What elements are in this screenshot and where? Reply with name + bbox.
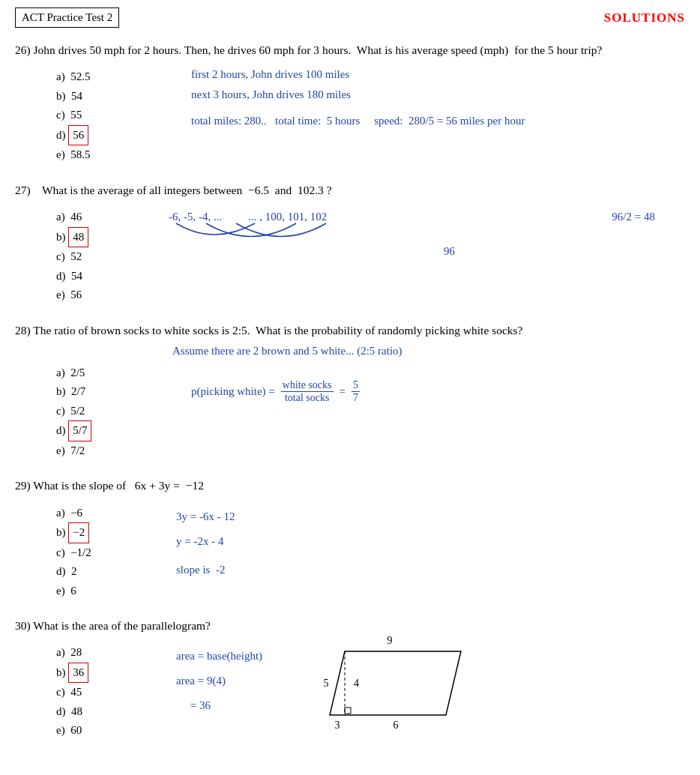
q26-solution: first 2 hours, John drives 100 miles nex… (191, 64, 525, 131)
choice-26d: d) 56 (56, 125, 131, 146)
q28-answer-box: 5/7 (68, 420, 91, 441)
choice-30b: b) 36 (56, 663, 131, 684)
choice-29e: e) 6 (56, 582, 131, 601)
question-27: 27) What is the average of all integers … (15, 181, 685, 305)
choice-30a: a) 28 (56, 643, 131, 663)
choice-28d: d) 5/7 (56, 420, 131, 441)
choice-30d: d) 48 (56, 702, 131, 722)
q27-choices: a) 46 b) 48 c) 52 d) 54 e) 56 (56, 208, 131, 305)
q27-answer-box: 48 (68, 227, 88, 248)
label-6: 6 (393, 720, 399, 731)
page-header: ACT Practice Test 2 SOLUTIONS (15, 7, 685, 28)
q27-sum: 96 (214, 245, 685, 258)
q28-text: 28) The ratio of brown socks to white so… (15, 322, 685, 339)
q28-fraction: white socks total socks (281, 379, 334, 404)
q29-sol-line2: y = -2x - 4 (176, 529, 235, 554)
label-3: 3 (335, 720, 340, 731)
title-text: ACT Practice Test 2 (22, 11, 112, 23)
q26-sol-line1: first 2 hours, John drives 100 miles (191, 64, 525, 85)
q29-choices: a) −6 b) −2 c) −1/2 d) 2 e) 6 (56, 504, 131, 601)
choice-27b: b) 48 (56, 227, 131, 248)
q26-text: 26) John drives 50 mph for 2 hours. Then… (15, 41, 685, 58)
q27-text: 27) What is the average of all integers … (15, 181, 685, 199)
question-30: 30) What is the area of the parallelogra… (15, 617, 685, 756)
choice-28a: a) 2/5 (56, 364, 131, 383)
q30-sol-line2: area = 9(4) (176, 669, 262, 693)
q27-arc-svg (169, 220, 363, 246)
page-title: ACT Practice Test 2 (15, 7, 119, 28)
q27-solution-area: -6, -5, -4, ... ... , 100, 101, 102 96 9… (169, 211, 685, 258)
choice-26a: a) 52.5 (56, 67, 131, 87)
choice-28c: c) 5/2 (56, 402, 131, 421)
choice-29b: b) −2 (56, 522, 131, 543)
choice-26b: b) 54 (56, 87, 131, 106)
q29-solution: 3y = -6x - 12 y = -2x - 4 slope is -2 (176, 504, 235, 582)
question-26: 26) John drives 50 mph for 2 hours. Then… (15, 41, 685, 165)
choice-29c: c) −1/2 (56, 543, 131, 563)
q30-figure: 9 5 4 3 6 (322, 633, 487, 756)
choice-27d: d) 54 (56, 267, 131, 286)
question-28: 28) The ratio of brown socks to white so… (15, 322, 685, 461)
q27-avg: 96/2 = 48 (612, 211, 655, 223)
choice-27c: c) 52 (56, 247, 131, 267)
right-angle-marker (345, 708, 351, 714)
q30-choices: a) 28 b) 36 c) 45 d) 48 e) 60 (56, 643, 131, 741)
q28-result-fraction: 5 7 (351, 379, 360, 404)
choice-27a: a) 46 (56, 208, 131, 227)
q30-sol-line1: area = base(height) (176, 644, 262, 669)
label-5: 5 (324, 678, 329, 689)
q30-sol-line3: = 36 (176, 693, 262, 718)
q28-choices: a) 2/5 b) 2/7 c) 5/2 d) 5/7 e) 7/2 (56, 364, 131, 461)
parallelogram-shape (330, 651, 461, 715)
q26-sol-line2: next 3 hours, John drives 180 miles (191, 85, 525, 105)
choice-26c: c) 55 (56, 106, 131, 125)
question-29: 29) What is the slope of 6x + 3y = −12 a… (15, 477, 685, 600)
choice-29d: d) 2 (56, 562, 131, 582)
choice-29a: a) −6 (56, 504, 131, 523)
q30-answer-box: 36 (68, 663, 88, 684)
q30-text: 30) What is the area of the parallelogra… (15, 617, 685, 634)
q30-solution: area = base(height) area = 9(4) = 36 (176, 644, 262, 718)
q26-answer-box: 56 (68, 125, 88, 146)
label-9: 9 (387, 635, 393, 646)
q29-sol-line3: slope is -2 (176, 558, 235, 582)
q29-text: 29) What is the slope of 6x + 3y = −12 (15, 477, 685, 494)
choice-26e: e) 58.5 (56, 145, 131, 165)
q26-choices: a) 52.5 b) 54 c) 55 d) 56 e) 58.5 (56, 67, 131, 165)
label-4: 4 (354, 678, 359, 689)
choice-28b: b) 2/7 (56, 382, 131, 402)
q28-sol-line1: Assume there are 2 brown and 5 white... … (172, 345, 685, 358)
solutions-label: SOLUTIONS (604, 10, 685, 25)
q26-sol-line3: total miles: 280.. total time: 5 hours s… (191, 111, 525, 131)
choice-27e: e) 56 (56, 286, 131, 305)
choice-28e: e) 7/2 (56, 441, 131, 461)
choice-30e: e) 60 (56, 721, 131, 741)
choice-30c: c) 45 (56, 683, 131, 702)
q29-answer-box: −2 (68, 522, 89, 543)
q29-sol-line1: 3y = -6x - 12 (176, 504, 235, 529)
q28-probability: p(picking white) = white socks total soc… (191, 379, 360, 404)
parallelogram-svg: 9 5 4 3 6 (322, 633, 487, 753)
